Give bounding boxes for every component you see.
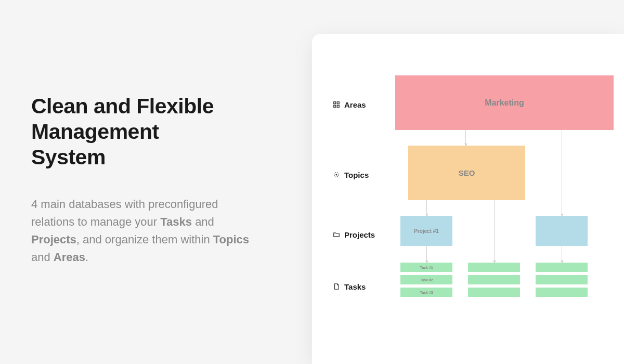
left-panel: Clean and Flexible Management System 4 m… (0, 0, 312, 364)
svg-rect-3 (337, 105, 339, 107)
desc-part: . (85, 251, 88, 264)
svg-rect-2 (334, 105, 336, 107)
desc-part: and (31, 251, 54, 264)
target-icon (333, 171, 340, 178)
diagram-area-box: Marketing (395, 75, 614, 130)
task-label: Task #1 (420, 266, 433, 269)
task-box: Task #2 (400, 275, 452, 284)
heading-line-2: Management (31, 120, 159, 144)
task-label: Task #2 (420, 278, 433, 282)
label-tasks: Tasks (333, 263, 395, 309)
label-areas-text: Areas (344, 100, 366, 109)
heading-line-3: System (31, 145, 106, 169)
desc-part: , and organize them within (76, 233, 213, 246)
task-box: Task #3 (400, 288, 452, 297)
connector (465, 130, 466, 146)
diagram-area: Areas Marketing Topics (333, 75, 624, 325)
row-projects: Projects Project #1 (333, 216, 624, 252)
grid-icon (333, 101, 340, 108)
task-box (536, 275, 588, 284)
svg-point-5 (336, 174, 337, 175)
desc-part: and (192, 215, 214, 228)
task-box: Task #1 (400, 263, 452, 272)
connector (562, 130, 562, 216)
desc-bold-projects: Projects (31, 233, 76, 246)
diagram-topic-box: SEO (408, 146, 525, 200)
folder-icon (333, 231, 340, 238)
desc-bold-tasks: Tasks (160, 215, 192, 228)
svg-rect-0 (334, 102, 336, 104)
diagram-card: Areas Marketing Topics (312, 34, 624, 364)
project-1-label: Project #1 (414, 228, 439, 234)
row-areas: Areas Marketing (333, 75, 624, 133)
connector (426, 246, 427, 263)
desc-bold-areas: Areas (54, 251, 85, 264)
task-box (468, 275, 520, 284)
task-box (536, 288, 588, 297)
svg-rect-1 (337, 102, 339, 104)
topic-label: SEO (459, 168, 475, 177)
label-topics: Topics (333, 146, 395, 203)
connector (426, 200, 427, 216)
row-tasks: Tasks Task #1 Task #2 Task #3 (333, 263, 624, 309)
task-box (536, 263, 588, 272)
document-icon (333, 283, 340, 290)
label-areas: Areas (333, 75, 395, 133)
label-tasks-text: Tasks (344, 282, 366, 291)
area-label: Marketing (485, 98, 524, 108)
connector (562, 246, 562, 263)
heading-line-1: Clean and Flexible (31, 94, 214, 118)
right-panel: Areas Marketing Topics (312, 0, 624, 364)
label-projects-text: Projects (344, 230, 375, 239)
page-title: Clean and Flexible Management System (31, 94, 291, 171)
diagram-project-box-1: Project #1 (400, 216, 452, 246)
desc-bold-topics: Topics (213, 233, 249, 246)
connector (494, 200, 495, 263)
task-box (468, 263, 520, 272)
task-label: Task #3 (420, 291, 433, 294)
diagram-project-box-2 (536, 216, 588, 246)
row-topics: Topics SEO (333, 146, 624, 203)
label-topics-text: Topics (344, 171, 369, 179)
description: 4 main databases with preconfigured rela… (31, 196, 260, 266)
task-box (468, 288, 520, 297)
label-projects: Projects (333, 216, 395, 252)
